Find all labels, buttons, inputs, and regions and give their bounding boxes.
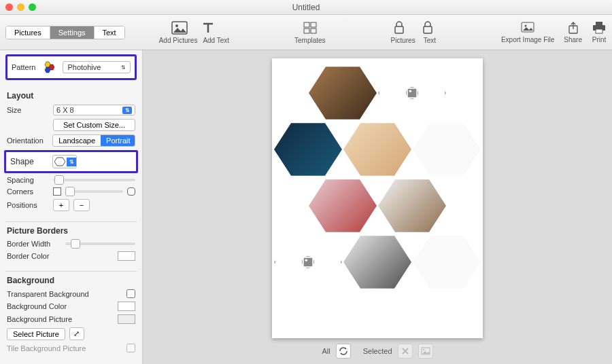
bg-picture-well[interactable] — [118, 314, 135, 324]
border-color-swatch[interactable] — [118, 251, 135, 261]
svg-rect-5 — [311, 29, 316, 33]
orientation-landscape[interactable]: Landscape — [53, 135, 101, 146]
share-button[interactable]: Share — [564, 21, 582, 43]
pattern-row-highlight: Pattern Photohive ⇅ — [5, 54, 137, 80]
collage-page[interactable] — [272, 58, 483, 338]
shape-select[interactable]: ⇅ — [52, 155, 77, 168]
hex-cell-7[interactable] — [378, 177, 446, 235]
spacing-label: Spacing — [7, 176, 49, 184]
crop-picture-button[interactable]: ⤢ — [69, 327, 84, 340]
layout-section: Layout Size 6 X 8 ⇅ Set Custom Size... O… — [5, 87, 137, 222]
svg-point-9 — [525, 25, 527, 27]
svg-rect-18 — [407, 88, 417, 98]
border-width-label: Border Width — [7, 240, 61, 248]
lock-group: Pictures Text — [391, 20, 436, 44]
size-label: Size — [7, 106, 49, 114]
templates-icon — [302, 20, 318, 35]
chevron-updown-icon: ⇅ — [121, 65, 126, 71]
image-placeholder-icon — [302, 256, 314, 268]
orientation-segment: Landscape Portrait — [52, 134, 135, 147]
svg-rect-6 — [395, 26, 403, 33]
tab-pictures[interactable]: Pictures — [6, 26, 50, 39]
corners-label: Corners — [7, 187, 49, 196]
minimize-window-button[interactable] — [17, 3, 24, 11]
lock-text-button[interactable] — [420, 20, 436, 35]
positions-remove-button[interactable]: − — [73, 199, 90, 211]
footer-all-label: All — [322, 347, 330, 355]
positions-add-button[interactable]: + — [53, 199, 69, 211]
corners-square-icon — [53, 187, 61, 196]
tab-text[interactable]: Text — [95, 26, 124, 39]
add-group: Add Pictures Add Text — [159, 20, 229, 44]
svg-rect-20 — [303, 257, 313, 267]
close-window-button[interactable] — [5, 3, 13, 11]
pattern-label: Pattern — [12, 63, 35, 71]
image-selected-button[interactable] — [418, 344, 433, 359]
footer-selected-label: Selected — [363, 347, 392, 355]
orientation-portrait[interactable]: Portrait — [101, 135, 135, 146]
add-pictures-label: Add Pictures — [159, 37, 198, 44]
bg-color-label: Background Color — [7, 302, 114, 310]
hex-cell-1[interactable] — [309, 64, 377, 122]
canvas-area: All Selected — [143, 50, 612, 364]
titlebar: Untitled — [0, 0, 612, 15]
corners-round-icon — [127, 187, 135, 196]
window-title: Untitled — [292, 3, 320, 12]
hex-cell-10[interactable] — [413, 233, 481, 291]
border-width-slider[interactable] — [65, 242, 135, 245]
spacing-slider[interactable] — [53, 179, 135, 181]
export-button[interactable]: Export Image File — [501, 21, 554, 43]
hex-cell-3[interactable] — [274, 120, 342, 179]
hex-cell-6[interactable] — [309, 177, 377, 235]
tab-settings[interactable]: Settings — [50, 26, 95, 39]
delete-selected-button[interactable] — [398, 344, 413, 359]
layout-heading: Layout — [7, 91, 135, 101]
custom-size-button[interactable]: Set Custom Size... — [53, 119, 135, 131]
svg-point-21 — [305, 259, 308, 262]
bg-picture-label: Background Picture — [7, 315, 114, 323]
tile-bg-checkbox[interactable] — [126, 344, 135, 352]
add-text-label: Add Text — [203, 37, 229, 44]
shape-row-highlight: Shape ⇅ — [4, 150, 138, 173]
svg-rect-13 — [596, 29, 602, 33]
lock-pictures-button[interactable] — [391, 20, 407, 35]
corners-slider[interactable] — [65, 190, 123, 193]
settings-sidebar: Pattern Photohive ⇅ Layout Size 6 X 8 ⇅ … — [0, 50, 143, 364]
borders-section: Picture Borders Border Width Border Colo… — [5, 222, 137, 272]
svg-marker-17 — [54, 158, 65, 166]
templates-group[interactable]: Templates — [294, 20, 326, 44]
hex-cell-4[interactable] — [343, 120, 411, 179]
transparent-bg-label: Transparent Background — [7, 290, 122, 298]
image-placeholder-icon — [406, 87, 418, 99]
shuffle-all-button[interactable] — [336, 344, 351, 359]
print-button[interactable]: Print — [592, 21, 607, 43]
chevron-updown-icon: ⇅ — [122, 107, 132, 114]
svg-rect-4 — [304, 29, 309, 33]
borders-heading: Picture Borders — [7, 226, 135, 236]
photohive-icon — [41, 60, 57, 74]
transparent-bg-checkbox[interactable] — [126, 289, 135, 298]
select-picture-button[interactable]: Select Picture — [7, 328, 65, 340]
add-pictures-button[interactable] — [171, 20, 188, 35]
hex-cell-9[interactable] — [343, 233, 411, 291]
hex-cell-5[interactable] — [413, 120, 481, 179]
hex-cell-2-empty[interactable] — [378, 64, 446, 122]
panel-tabs: Pictures Settings Text — [5, 26, 125, 39]
orientation-label: Orientation — [7, 136, 48, 145]
background-heading: Background — [7, 276, 135, 285]
canvas-footer: All Selected — [322, 344, 432, 359]
background-section: Background Transparent Background Backgr… — [5, 272, 137, 363]
bg-color-swatch[interactable] — [118, 302, 135, 311]
svg-point-23 — [423, 349, 424, 350]
size-select[interactable]: 6 X 8 ⇅ — [53, 105, 135, 115]
main-toolbar: Pictures Settings Text Add Pictures Add … — [0, 15, 612, 50]
tile-bg-label: Tile Background Picture — [7, 344, 122, 352]
border-color-label: Border Color — [7, 252, 61, 260]
pattern-select[interactable]: Photohive ⇅ — [63, 61, 131, 73]
svg-rect-2 — [304, 22, 309, 27]
svg-marker-16 — [45, 67, 50, 73]
add-text-button[interactable] — [200, 20, 216, 35]
hex-cell-8-empty[interactable] — [274, 233, 342, 291]
svg-point-19 — [409, 90, 412, 93]
zoom-window-button[interactable] — [29, 3, 36, 11]
